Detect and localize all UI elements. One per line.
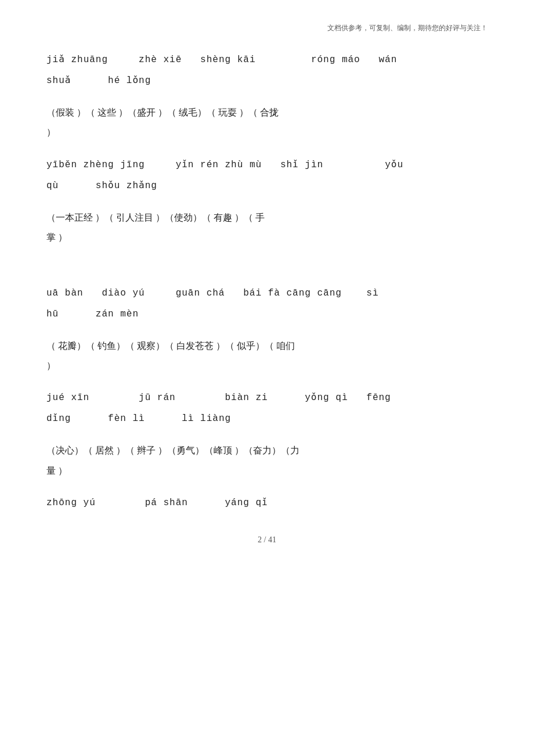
section-2: yīběn zhèng jīng yǐn rén zhù mù shǐ jìn … (46, 156, 488, 247)
chinese-line-3b: ） (46, 357, 488, 375)
section-1: jiǎ zhuāng zhè xiē shèng kāi róng máo wá… (46, 51, 488, 142)
pinyin-line-3a: uā bàn diào yú guān chá bái fà cāng cāng… (46, 284, 488, 303)
pinyin-line-3b: hū zán mèn (46, 305, 488, 323)
pinyin-line-2a: yīběn zhèng jīng yǐn rén zhù mù shǐ jìn … (46, 156, 488, 174)
page-footer: 2 / 41 (46, 535, 488, 545)
chinese-line-3a: （ 花瓣）（ 钓鱼）（ 观察）（ 白发苍苍 ）（ 似乎）（ 咱们 (46, 337, 488, 355)
page-container: 文档供参考，可复制、编制，期待您的好评与关注！ jiǎ zhuāng zhè x… (0, 0, 534, 756)
pinyin-line-2b: qù shǒu zhǎng (46, 177, 488, 195)
section-4: jué xīn jū rán biàn zi yǒng qì fēng dǐng… (46, 388, 488, 480)
chinese-line-4a: （决心）（ 居然 ）（ 辫子 ）（勇气）（峰顶 ）（奋力）（力 (46, 442, 488, 459)
pinyin-line-4a: jué xīn jū rán biàn zi yǒng qì fēng (46, 388, 488, 407)
chinese-line-4b: 量 ） (46, 462, 488, 480)
spacer-1 (46, 261, 488, 272)
chinese-line-1b: ） (46, 124, 488, 141)
spacer-2 (46, 272, 488, 284)
pinyin-line-4b: dǐng fèn lì lì liàng (46, 409, 488, 428)
section-3: uā bàn diào yú guān chá bái fà cāng cāng… (46, 284, 488, 375)
page-indicator: 2 / 41 (258, 535, 276, 544)
section-5: zhōng yú pá shān yáng qǐ (46, 494, 488, 512)
chinese-line-2b: 掌 ） (46, 229, 488, 246)
chinese-line-2a: （一本正经 ）（ 引人注目 ）（使劲）（ 有趣 ）（ 手 (46, 209, 488, 226)
pinyin-line-5a: zhōng yú pá shān yáng qǐ (46, 494, 488, 512)
chinese-line-1a: （假装 ）（ 这些 ）（盛开 ）（ 绒毛）（ 玩耍 ）（ 合拢 (46, 104, 488, 121)
header-note: 文档供参考，可复制、编制，期待您的好评与关注！ (46, 23, 488, 33)
pinyin-line-1b: shuǎ hé lǒng (46, 71, 488, 90)
pinyin-line-1a: jiǎ zhuāng zhè xiē shèng kāi róng máo wá… (46, 51, 488, 69)
